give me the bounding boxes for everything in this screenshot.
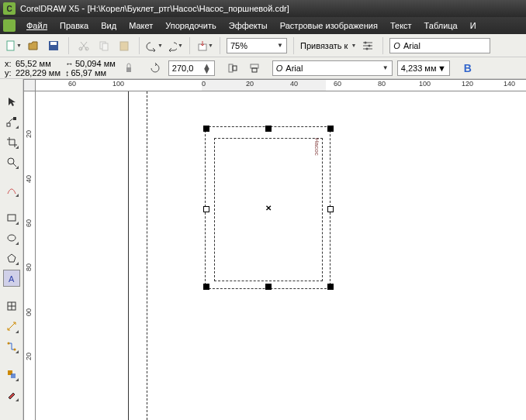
handle-s[interactable]	[265, 284, 272, 290]
import-button[interactable]: ▼	[196, 37, 213, 54]
shape-tool[interactable]	[3, 113, 20, 130]
font-combo-1[interactable]: O Arial	[389, 38, 490, 53]
crop-tool[interactable]	[3, 133, 20, 150]
rotation-value: 270,0	[172, 64, 194, 73]
zoom-combo[interactable]: 75% ▼	[227, 38, 287, 53]
redo-button[interactable]: ▼	[166, 37, 183, 54]
menu-edit[interactable]: Правка	[54, 19, 95, 33]
zoom-tool[interactable]	[3, 153, 20, 170]
svg-rect-20	[8, 215, 16, 221]
table-tool[interactable]	[3, 298, 20, 315]
svg-rect-6	[102, 43, 108, 50]
handle-sw[interactable]	[203, 284, 209, 290]
paste-button[interactable]	[116, 37, 133, 54]
app-logo-icon: C	[3, 2, 16, 15]
selection-center-icon: ✕	[265, 204, 272, 212]
title-bar: C CorelDRAW X5 - [H:\Корел\Буклет_ртг\На…	[0, 0, 526, 17]
svg-rect-2	[50, 42, 57, 45]
open-button[interactable]	[25, 37, 42, 54]
handle-e[interactable]	[327, 206, 334, 212]
svg-rect-0	[7, 41, 14, 50]
snap-label: Привязать к	[300, 41, 348, 50]
horizontal-ruler[interactable]: 60 100 0 20 40 60 80 100 120 140	[23, 79, 526, 91]
guide-line[interactable]	[147, 91, 147, 420]
y-value: 228,229 мм	[16, 68, 61, 77]
svg-text:A: A	[9, 274, 15, 284]
font-name-1: Arial	[403, 41, 420, 50]
new-button[interactable]: ▼	[5, 37, 22, 54]
svg-rect-17	[7, 123, 10, 126]
menu-tools[interactable]: И	[464, 19, 483, 33]
menu-table[interactable]: Таблица	[418, 19, 464, 33]
ruler-origin[interactable]	[23, 79, 36, 91]
connector-tool[interactable]	[3, 338, 20, 355]
menu-bar: Файл Правка Вид Макет Упорядочить Эффект…	[0, 17, 526, 34]
menu-view[interactable]: Вид	[95, 19, 123, 33]
height-icon: ↕	[65, 68, 70, 77]
property-bar: x:65,52 мм y:228,229 мм ↔50,094 мм ↕65,9…	[0, 57, 526, 79]
svg-rect-13	[229, 64, 233, 72]
svg-point-9	[365, 41, 367, 43]
svg-point-21	[8, 235, 16, 241]
svg-rect-15	[251, 64, 258, 68]
svg-point-24	[7, 343, 9, 345]
font-size-input[interactable]: 4,233 мм ▼	[397, 60, 450, 76]
align-h-button[interactable]	[224, 60, 241, 77]
text-tool[interactable]: A	[3, 270, 20, 287]
copy-button[interactable]	[95, 37, 112, 54]
handle-w[interactable]	[203, 206, 209, 212]
polygon-tool[interactable]	[3, 250, 20, 267]
handle-se[interactable]	[327, 284, 334, 290]
drawing-canvas[interactable]: ✕ Насос	[36, 91, 526, 420]
interactive-tool[interactable]	[3, 366, 20, 383]
menu-effects[interactable]: Эффекты	[223, 19, 274, 33]
svg-rect-18	[13, 117, 16, 120]
zoom-value: 75%	[230, 41, 247, 50]
lock-ratio-button[interactable]	[120, 60, 137, 77]
menu-bitmaps[interactable]: Растровые изображения	[274, 19, 384, 33]
save-button[interactable]	[45, 37, 62, 54]
dimension-tool[interactable]	[3, 318, 20, 335]
svg-rect-7	[120, 42, 128, 50]
eyedropper-tool[interactable]	[3, 386, 20, 403]
menu-layout[interactable]: Макет	[123, 19, 159, 33]
svg-rect-14	[233, 66, 237, 71]
handle-nw[interactable]	[203, 126, 209, 132]
svg-point-10	[369, 44, 371, 46]
window-title: CorelDRAW X5 - [H:\Корел\Буклет_ртг\Насо…	[20, 3, 289, 14]
pick-tool[interactable]	[3, 93, 20, 110]
h-value: 65,97 мм	[71, 68, 106, 77]
position-readout: x:65,52 мм y:228,229 мм	[5, 59, 61, 77]
font-combo-2[interactable]: O Arial ▼	[272, 60, 393, 76]
menu-file[interactable]: Файл	[20, 19, 54, 33]
doc-icon	[3, 19, 16, 32]
text-content[interactable]: Насос	[313, 138, 320, 156]
rotation-input[interactable]: 270,0 ▲▼	[168, 60, 215, 76]
x-value: 65,52 мм	[16, 59, 51, 68]
align-v-button[interactable]	[246, 60, 263, 77]
menu-arrange[interactable]: Упорядочить	[159, 19, 222, 33]
bold-button[interactable]: B	[459, 60, 476, 77]
handle-n[interactable]	[265, 126, 272, 132]
rotate-icon	[147, 60, 164, 77]
rectangle-tool[interactable]	[3, 209, 20, 226]
ellipse-tool[interactable]	[3, 229, 20, 246]
cut-button[interactable]	[75, 37, 92, 54]
undo-button[interactable]: ▼	[146, 37, 163, 54]
toolbox: A	[0, 79, 23, 420]
standard-toolbar: ▼ ▼ ▼ ▼ 75% ▼ Привязать к ▼ O Arial	[0, 34, 526, 57]
handle-ne[interactable]	[327, 126, 334, 132]
svg-point-19	[8, 158, 14, 164]
svg-rect-12	[126, 67, 131, 72]
svg-rect-16	[252, 68, 257, 72]
menu-text[interactable]: Текст	[384, 19, 418, 33]
width-icon: ↔	[65, 59, 74, 68]
page-edge	[45, 91, 129, 420]
svg-point-11	[366, 47, 369, 50]
options-button[interactable]	[359, 37, 376, 54]
freehand-tool[interactable]	[3, 181, 20, 198]
vertical-ruler[interactable]: 20 40 60 80 00 20	[23, 91, 36, 420]
w-value: 50,094 мм	[75, 59, 116, 68]
snap-dropdown[interactable]: ▼	[351, 43, 356, 48]
size-readout: ↔50,094 мм ↕65,97 мм	[65, 59, 116, 77]
